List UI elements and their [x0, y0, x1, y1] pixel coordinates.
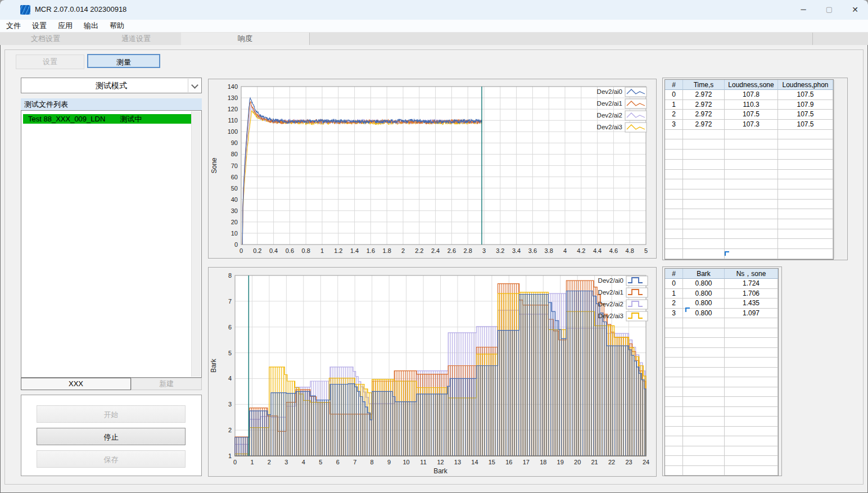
table-cell[interactable] [683, 368, 725, 378]
table-row[interactable] [665, 417, 778, 427]
table-cell[interactable]: 2 [665, 110, 683, 120]
table-row[interactable] [665, 239, 833, 249]
table-cell[interactable] [725, 200, 778, 210]
table-row[interactable] [665, 456, 778, 466]
table-row[interactable]: 12.972110.3107.9 [665, 100, 833, 110]
menu-item-0[interactable]: 文件 [1, 20, 26, 32]
tab-2[interactable]: 响度 [181, 33, 310, 45]
table-row[interactable]: 30.8001.097 [665, 309, 778, 319]
table-cell[interactable] [683, 139, 725, 150]
table-cell[interactable] [725, 249, 778, 259]
table-cell[interactable]: 107.3 [725, 120, 778, 130]
table-cell[interactable]: 107.5 [778, 120, 833, 130]
table-row[interactable]: 10.8001.706 [665, 289, 778, 299]
table-cell[interactable] [725, 219, 778, 229]
table-row[interactable] [665, 358, 778, 368]
table-cell[interactable] [778, 160, 833, 170]
table-cell[interactable] [725, 130, 778, 140]
new-button[interactable]: 新建 [131, 378, 202, 390]
table-cell[interactable] [725, 456, 778, 466]
table-cell[interactable] [683, 417, 725, 427]
table-row[interactable] [665, 209, 833, 219]
table-cell[interactable] [725, 417, 778, 427]
table-cell[interactable]: 2 [665, 298, 683, 309]
loudness-time-chart[interactable]: 00.20.40.60.811.21.41.61.822.22.42.62.83… [208, 79, 657, 259]
table-cell[interactable] [665, 368, 683, 378]
table-cell[interactable] [683, 387, 725, 397]
table-cell[interactable] [683, 150, 725, 160]
table-cell[interactable] [683, 239, 725, 249]
table-row[interactable] [665, 249, 833, 259]
table-cell[interactable] [725, 170, 778, 180]
table-cell[interactable]: 1.724 [725, 279, 778, 289]
table-cell[interactable] [683, 219, 725, 229]
table-cell[interactable] [725, 387, 778, 397]
table-cell[interactable] [725, 377, 778, 387]
table-cell[interactable] [778, 179, 833, 189]
table-cell[interactable] [683, 318, 725, 328]
table-cell[interactable] [725, 348, 778, 358]
table-cell[interactable] [725, 239, 778, 249]
menu-item-2[interactable]: 应用 [53, 20, 78, 32]
table-cell[interactable]: 1 [665, 289, 683, 299]
table-row[interactable]: 22.972107.5107.5 [665, 110, 833, 120]
table-cell[interactable] [725, 407, 778, 417]
table-cell[interactable]: 0 [665, 90, 683, 100]
table-row[interactable] [665, 328, 778, 338]
menu-item-1[interactable]: 设置 [27, 20, 52, 32]
table-scrollbar-track[interactable] [834, 80, 845, 259]
table-row[interactable] [665, 130, 833, 140]
table-cell[interactable] [778, 139, 833, 150]
close-icon[interactable]: ✕ [842, 0, 868, 19]
table-cell[interactable] [665, 456, 683, 466]
table-cell[interactable] [683, 466, 725, 476]
combo-arrow-button[interactable] [188, 79, 201, 92]
table-cell[interactable] [725, 318, 778, 328]
tab-1[interactable]: 通道设置 [91, 33, 182, 45]
table-cell[interactable] [683, 407, 725, 417]
table-row[interactable] [665, 427, 778, 437]
table-cell[interactable] [665, 318, 683, 328]
table-cell[interactable]: 107.5 [778, 90, 833, 100]
table-cell[interactable] [683, 229, 725, 239]
minimize-icon[interactable]: ─ [790, 0, 816, 19]
table-row[interactable] [665, 189, 833, 200]
table-cell[interactable] [683, 130, 725, 140]
table-row[interactable] [665, 139, 833, 150]
table-row[interactable]: 32.972107.3107.5 [665, 120, 833, 130]
table-row[interactable] [665, 170, 833, 180]
table-cell[interactable] [725, 229, 778, 239]
table-cell[interactable] [778, 239, 833, 249]
table-cell[interactable] [683, 436, 725, 446]
table-row[interactable] [665, 407, 778, 417]
table-cell[interactable] [665, 427, 683, 437]
table-cell[interactable] [665, 219, 683, 229]
table-cell[interactable] [665, 189, 683, 200]
table-cell[interactable] [665, 407, 683, 417]
table-cell[interactable] [725, 328, 778, 338]
table-cell[interactable] [725, 397, 778, 407]
xxx-button[interactable]: XXX [21, 378, 131, 390]
table-cell[interactable] [665, 387, 683, 397]
table-cell[interactable] [665, 446, 683, 456]
table-cell[interactable] [665, 160, 683, 170]
test-mode-select[interactable]: 测试模式 [21, 78, 202, 93]
table-row[interactable] [665, 150, 833, 160]
table-cell[interactable] [665, 139, 683, 150]
start-button[interactable]: 开始 [37, 405, 186, 423]
table-row[interactable] [665, 179, 833, 189]
table-cell[interactable] [683, 209, 725, 219]
menu-item-4[interactable]: 帮助 [105, 20, 129, 32]
table-cell[interactable] [665, 229, 683, 239]
table-row[interactable] [665, 219, 833, 229]
table-row[interactable] [665, 348, 778, 358]
subtab-settings-button[interactable]: 设置 [16, 55, 84, 69]
table-cell[interactable] [665, 209, 683, 219]
table-cell[interactable]: 1.435 [725, 298, 778, 309]
table-cell[interactable] [665, 436, 683, 446]
table-row[interactable] [665, 387, 778, 397]
table-cell[interactable]: 0.800 [683, 298, 725, 309]
table-cell[interactable] [725, 160, 778, 170]
test-file-item[interactable]: Test 88_XXX_009_LDN测试中 [23, 114, 192, 124]
table-cell[interactable]: 1.097 [725, 309, 778, 319]
